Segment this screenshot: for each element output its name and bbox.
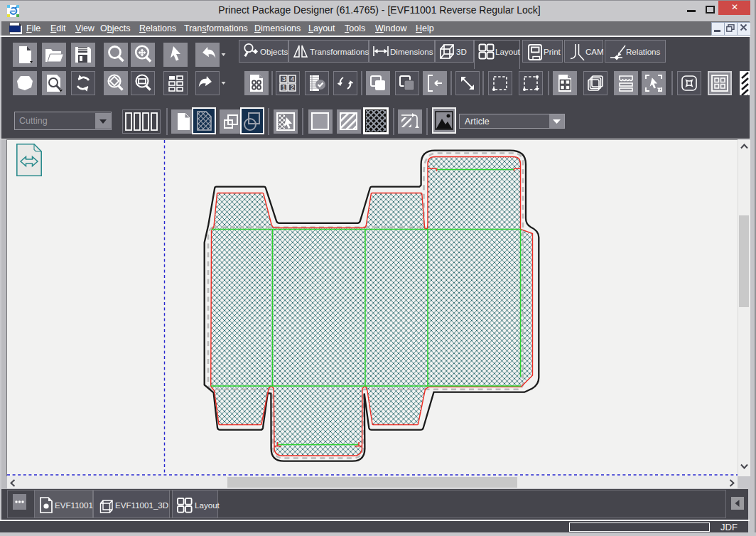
svg-text:2: 2 [291, 84, 294, 91]
svg-text:3: 3 [282, 75, 286, 82]
svg-text:4: 4 [291, 75, 294, 82]
svg-text:1: 1 [282, 84, 286, 91]
